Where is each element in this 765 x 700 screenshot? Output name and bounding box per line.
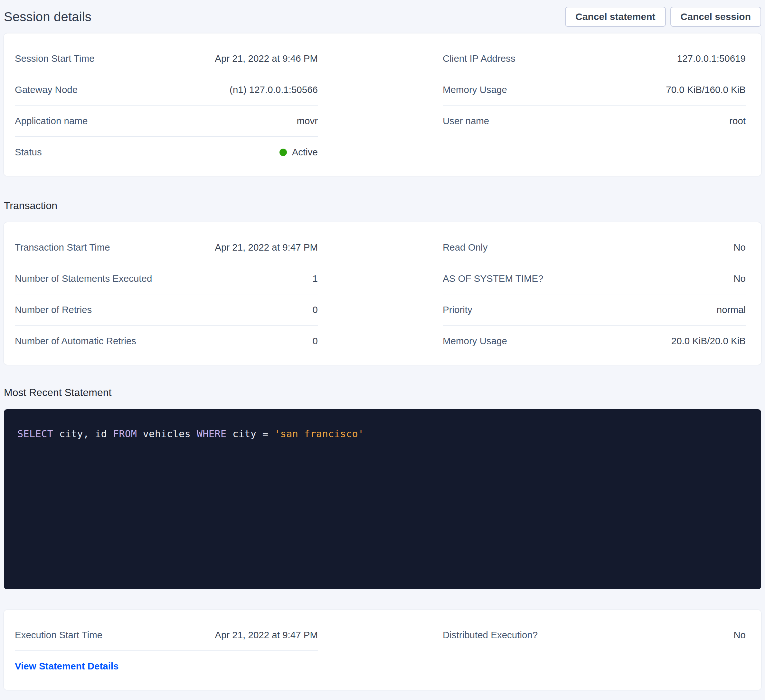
row-label: Gateway Node [15,84,77,95]
sql-token-plain: city, id [53,428,113,439]
execution-card-right-column: Distributed Execution? No [443,620,746,682]
row-value: No [734,629,746,640]
row-label: Priority [443,304,472,315]
row-value: root [729,116,746,126]
row-label: Memory Usage [443,336,507,347]
session-summary-card: Session Start Time Apr 21, 2022 at 9:46 … [4,33,761,176]
status-badge: Active [279,147,318,158]
row-label: User name [443,116,489,126]
row-value: 0 [313,336,318,347]
sql-token-keyword: FROM [113,428,137,439]
transaction-card-right-column: Read Only No AS OF SYSTEM TIME? No Prior… [443,232,746,356]
detail-row-application-name: Application name movr [15,105,318,137]
detail-row-session-start-time: Session Start Time Apr 21, 2022 at 9:46 … [15,43,318,74]
page-title: Session details [4,9,91,24]
execution-card: Execution Start Time Apr 21, 2022 at 9:4… [4,610,761,690]
row-label: Number of Automatic Retries [15,336,136,347]
row-value: No [734,242,746,253]
detail-row-execution-start-time: Execution Start Time Apr 21, 2022 at 9:4… [15,620,318,651]
detail-row-session-memory-usage: Memory Usage 70.0 KiB/160.0 KiB [443,74,746,105]
row-label: Status [15,147,42,158]
row-label: Application name [15,116,88,126]
detail-row-transaction-start-time: Transaction Start Time Apr 21, 2022 at 9… [15,232,318,263]
header-actions: Cancel statement Cancel session [565,7,761,27]
row-value: Apr 21, 2022 at 9:47 PM [215,242,318,253]
page-header: Session details Cancel statement Cancel … [4,0,761,33]
detail-row-distributed-execution: Distributed Execution? No [443,620,746,650]
row-value: Apr 21, 2022 at 9:46 PM [215,53,318,64]
session-card-right-column: Client IP Address 127.0.0.1:50619 Memory… [443,43,746,168]
gateway-node-link[interactable]: (n1) 127.0.0.1:50566 [230,84,318,95]
status-active-dot-icon [279,149,287,156]
statement-section-title: Most Recent Statement [4,385,761,400]
sql-token-string: 'san francisco' [274,428,364,439]
row-label: Read Only [443,242,488,253]
transaction-card: Transaction Start Time Apr 21, 2022 at 9… [4,222,761,365]
detail-row-status: Status Active [15,137,318,168]
row-label: Transaction Start Time [15,242,110,253]
sql-statement: SELECT city, id FROM vehicles WHERE city… [17,428,364,439]
detail-row-automatic-retries: Number of Automatic Retries 0 [15,326,318,356]
sql-token-keyword: SELECT [17,428,53,439]
detail-row-user-name: User name root [443,105,746,137]
detail-row-read-only: Read Only No [443,232,746,263]
detail-row-retries: Number of Retries 0 [15,294,318,326]
detail-row-statements-executed: Number of Statements Executed 1 [15,263,318,294]
row-value: 70.0 KiB/160.0 KiB [666,84,746,95]
transaction-section-title: Transaction [4,198,761,213]
row-label: Client IP Address [443,53,515,64]
sql-token-plain: city = [227,428,275,439]
cancel-statement-button[interactable]: Cancel statement [565,7,666,27]
view-statement-details-link[interactable]: View Statement Details [15,661,118,672]
transaction-card-left-column: Transaction Start Time Apr 21, 2022 at 9… [15,232,318,356]
detail-row-priority: Priority normal [443,294,746,326]
detail-row-as-of-system-time: AS OF SYSTEM TIME? No [443,263,746,294]
row-value: 0 [313,304,318,315]
cancel-session-button[interactable]: Cancel session [671,7,761,27]
row-value: Apr 21, 2022 at 9:47 PM [215,629,318,640]
row-label: Number of Retries [15,304,92,315]
detail-row-transaction-memory-usage: Memory Usage 20.0 KiB/20.0 KiB [443,326,746,356]
row-value: movr [296,116,318,126]
sql-token-keyword: WHERE [197,428,227,439]
status-text: Active [292,147,318,158]
view-statement-details-row: View Statement Details [15,651,318,682]
sql-token-plain: vehicles [137,428,197,439]
detail-row-gateway-node: Gateway Node (n1) 127.0.0.1:50566 [15,74,318,105]
detail-row-client-ip: Client IP Address 127.0.0.1:50619 [443,43,746,74]
session-details-page: Session details Cancel statement Cancel … [0,0,765,690]
row-value: No [734,273,746,284]
row-label: Execution Start Time [15,629,102,640]
row-label: Session Start Time [15,53,94,64]
execution-card-left-column: Execution Start Time Apr 21, 2022 at 9:4… [15,620,318,682]
row-label: AS OF SYSTEM TIME? [443,273,543,284]
row-value: normal [717,304,746,315]
row-label: Memory Usage [443,84,507,95]
row-value: 20.0 KiB/20.0 KiB [671,336,746,347]
row-value: 127.0.0.1:50619 [677,53,746,64]
row-label: Distributed Execution? [443,629,538,640]
row-label: Number of Statements Executed [15,273,152,284]
session-card-left-column: Session Start Time Apr 21, 2022 at 9:46 … [15,43,318,168]
row-value: 1 [313,273,318,284]
sql-code-block: SELECT city, id FROM vehicles WHERE city… [4,409,761,589]
